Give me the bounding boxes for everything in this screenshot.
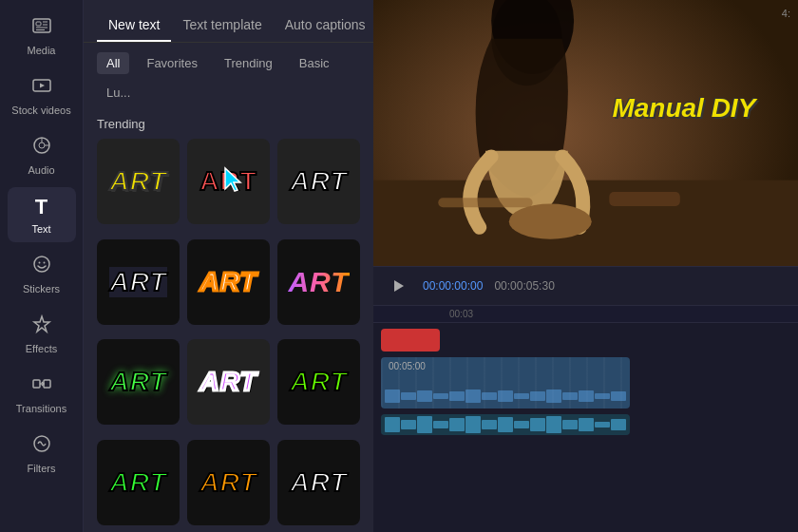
text-style-label-2: ART <box>200 166 257 197</box>
sidebar-item-stock-videos[interactable]: Stock videos <box>8 67 76 124</box>
text-style-card-10[interactable]: ART <box>97 440 180 525</box>
ruler-mark-03: 00:03 <box>449 309 473 319</box>
svg-rect-24 <box>438 198 532 207</box>
text-icon: T <box>35 195 48 219</box>
svg-point-13 <box>43 262 45 264</box>
svg-rect-1 <box>36 22 41 26</box>
media-icon <box>31 15 52 41</box>
svg-point-23 <box>509 204 592 239</box>
sidebar-item-audio[interactable]: Audio <box>8 127 76 183</box>
track-row-title <box>373 327 798 353</box>
svg-point-8 <box>39 142 45 148</box>
text-style-card-3[interactable]: ART <box>277 139 360 224</box>
sidebar-item-filters[interactable]: Filters <box>8 426 76 482</box>
track-row-audio <box>373 412 798 437</box>
text-style-card-7[interactable]: ART <box>97 339 180 425</box>
panel-tabs: New text Text template Auto captions ▾ <box>84 0 373 43</box>
filter-lu[interactable]: Lu... <box>97 82 140 104</box>
sidebar-item-stickers[interactable]: Stickers <box>8 246 76 302</box>
transitions-icon <box>31 373 52 399</box>
track-row-video: 00:05:00 <box>373 355 798 410</box>
tab-auto-captions[interactable]: Auto captions <box>274 10 377 42</box>
play-button[interactable] <box>385 273 411 299</box>
filter-trending[interactable]: Trending <box>215 52 282 74</box>
clip-audio[interactable] <box>381 414 630 435</box>
total-time: 00:00:05:30 <box>494 279 554 293</box>
text-style-card-8[interactable]: ART <box>187 339 270 425</box>
filter-favorites[interactable]: Favorites <box>137 52 206 74</box>
preview-image: Manual DIY 4: <box>373 0 798 266</box>
sidebar-item-transitions-label: Transitions <box>16 403 66 414</box>
stickers-icon <box>31 254 52 279</box>
text-style-card-6[interactable]: ART <box>277 239 360 325</box>
text-style-card-1[interactable]: ART <box>97 139 180 224</box>
text-style-label-10: ART <box>109 467 166 498</box>
text-style-card-4[interactable]: ART <box>97 239 180 325</box>
sidebar-item-transitions[interactable]: Transitions <box>8 366 76 422</box>
filter-bar: All Favorites Trending Basic Lu... <box>84 43 373 113</box>
text-style-card-11[interactable]: ART <box>187 440 270 525</box>
text-style-label-12: ART <box>290 467 347 498</box>
text-style-label-7: ART <box>109 367 166 397</box>
svg-rect-25 <box>609 192 680 206</box>
text-style-label-1: ART <box>109 166 166 197</box>
sidebar-item-text-label: Text <box>31 223 50 235</box>
text-style-label-8: ART <box>200 367 256 397</box>
tab-text-template[interactable]: Text template <box>171 10 273 42</box>
current-time: 00:00:00:00 <box>423 279 483 293</box>
preview-time-display: 4: <box>782 8 790 19</box>
preview-title: Manual DIY <box>612 93 755 124</box>
svg-rect-15 <box>33 380 40 388</box>
clip-video[interactable]: 00:05:00 <box>381 357 630 408</box>
timeline-tracks: 00:05:00 <box>373 323 798 532</box>
stock-videos-icon <box>31 75 52 101</box>
filter-basic[interactable]: Basic <box>290 52 339 74</box>
svg-point-12 <box>38 262 40 264</box>
svg-marker-14 <box>34 316 49 332</box>
text-panel: New text Text template Auto captions ▾ A… <box>84 0 373 532</box>
audio-icon <box>31 135 52 161</box>
sidebar-item-effects[interactable]: Effects <box>8 306 76 362</box>
sidebar-item-audio-label: Audio <box>28 164 54 176</box>
sidebar-item-filters-label: Filters <box>28 463 56 474</box>
right-panel: Manual DIY 4: 00:00:00:00 00:00:05:30 00… <box>373 0 798 532</box>
tab-new-text[interactable]: New text <box>97 10 171 42</box>
sidebar-item-media-label: Media <box>28 45 56 56</box>
text-style-label-3: ART <box>290 166 347 197</box>
sidebar-item-stickers-label: Stickers <box>23 283 60 294</box>
text-style-card-9[interactable]: ART <box>277 339 360 425</box>
preview-area: Manual DIY 4: <box>373 0 798 266</box>
text-style-card-5[interactable]: ART <box>187 239 270 325</box>
text-style-label-11: ART <box>200 467 256 498</box>
sidebar-item-effects-label: Effects <box>26 343 57 354</box>
effects-icon <box>31 314 52 339</box>
sidebar-item-media[interactable]: Media <box>8 8 76 64</box>
svg-point-11 <box>34 256 49 272</box>
clip-red[interactable] <box>381 329 440 352</box>
sidebar: Media Stock videos Audio T Text <box>0 0 84 532</box>
text-style-label-5: ART <box>200 267 256 297</box>
timeline-ruler: 00:03 <box>373 306 798 323</box>
text-style-card-12[interactable]: ART <box>277 440 360 525</box>
text-style-label-9: ART <box>290 367 347 397</box>
text-style-label-4: ART <box>109 267 166 297</box>
timeline-controls: 00:00:00:00 00:00:05:30 <box>373 266 798 306</box>
sidebar-item-stock-videos-label: Stock videos <box>11 104 70 116</box>
filters-icon <box>31 433 52 459</box>
trending-section-label: Trending <box>84 113 373 139</box>
text-style-grid: ART ART ART ART ART ART ART <box>84 139 373 532</box>
svg-marker-26 <box>394 280 404 292</box>
text-style-card-2[interactable]: ART <box>187 139 270 224</box>
clip-video-label: 00:05:00 <box>389 361 426 371</box>
text-style-label-6: ART <box>288 266 349 298</box>
sidebar-item-text[interactable]: T Text <box>8 187 76 242</box>
filter-all[interactable]: All <box>97 52 129 74</box>
